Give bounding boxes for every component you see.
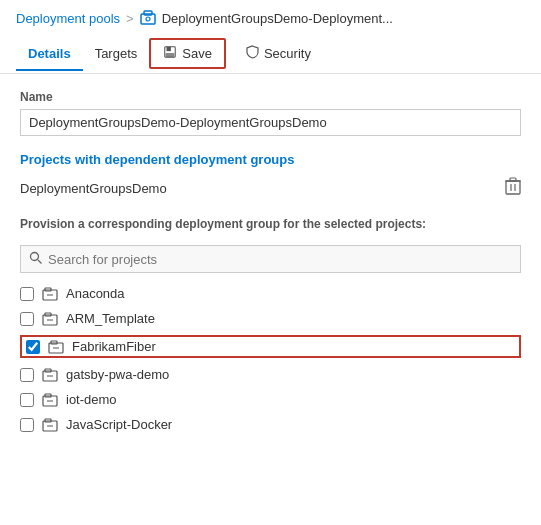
project-label: Anaconda — [66, 286, 125, 301]
project-label: JavaScript-Docker — [66, 417, 172, 432]
list-item: Anaconda — [20, 283, 521, 304]
iot-checkbox[interactable] — [20, 393, 34, 407]
breadcrumb-current: DeploymentGroupsDemo-Deployment... — [162, 11, 393, 26]
tab-targets[interactable]: Targets — [83, 38, 150, 71]
project-label: ARM_Template — [66, 311, 155, 326]
anaconda-checkbox[interactable] — [20, 287, 34, 301]
svg-line-12 — [38, 260, 42, 264]
main-content: Name Projects with dependent deployment … — [0, 74, 541, 451]
search-box — [20, 245, 521, 273]
project-label: iot-demo — [66, 392, 117, 407]
tab-details[interactable]: Details — [16, 38, 83, 71]
deploy-pool-icon — [140, 10, 156, 26]
breadcrumb-separator: > — [126, 11, 134, 26]
svg-rect-1 — [144, 11, 152, 15]
deploy-group-icon — [48, 340, 64, 354]
list-item: iot-demo — [20, 389, 521, 410]
deploy-group-icon — [42, 393, 58, 407]
deploy-group-icon — [42, 312, 58, 326]
projects-list: Anaconda ARM_Template — [20, 283, 521, 435]
breadcrumb-link[interactable]: Deployment pools — [16, 11, 120, 26]
svg-rect-10 — [510, 178, 516, 181]
project-label: FabrikamFiber — [72, 339, 156, 354]
delete-icon[interactable] — [505, 177, 521, 199]
svg-point-2 — [146, 17, 150, 21]
search-icon — [29, 251, 42, 267]
tabs-bar: Details Targets Save Security — [0, 34, 541, 74]
deploy-group-icon — [42, 368, 58, 382]
deploy-group-icon — [42, 418, 58, 432]
arm-checkbox[interactable] — [20, 312, 34, 326]
save-icon — [163, 45, 177, 62]
save-button[interactable]: Save — [149, 38, 226, 69]
javascript-checkbox[interactable] — [20, 418, 34, 432]
provision-title: Provision a corresponding deployment gro… — [20, 217, 521, 231]
list-item: gatsby-pwa-demo — [20, 364, 521, 385]
svg-point-11 — [31, 253, 39, 261]
shield-icon — [246, 45, 259, 62]
list-item: FabrikamFiber — [20, 335, 521, 358]
dependent-project-name: DeploymentGroupsDemo — [20, 181, 167, 196]
list-item: JavaScript-Docker — [20, 414, 521, 435]
dependent-projects-title: Projects with dependent deployment group… — [20, 152, 521, 167]
breadcrumb: Deployment pools > DeploymentGroupsDemo-… — [0, 0, 541, 34]
svg-rect-4 — [167, 47, 171, 51]
dependent-project-left: DeploymentGroupsDemo — [20, 181, 167, 196]
gatsby-checkbox[interactable] — [20, 368, 34, 382]
svg-rect-5 — [166, 53, 175, 57]
svg-rect-6 — [506, 181, 520, 194]
security-label: Security — [264, 46, 311, 61]
name-label: Name — [20, 90, 521, 104]
deploy-group-icon — [42, 287, 58, 301]
project-label: gatsby-pwa-demo — [66, 367, 169, 382]
dependent-project-row: DeploymentGroupsDemo — [20, 173, 521, 203]
name-input[interactable] — [20, 109, 521, 136]
save-label: Save — [182, 46, 212, 61]
tab-security[interactable]: Security — [234, 37, 323, 72]
provision-section: Provision a corresponding deployment gro… — [20, 217, 521, 435]
search-input[interactable] — [48, 252, 512, 267]
list-item: ARM_Template — [20, 308, 521, 329]
fabrikam-checkbox[interactable] — [26, 340, 40, 354]
